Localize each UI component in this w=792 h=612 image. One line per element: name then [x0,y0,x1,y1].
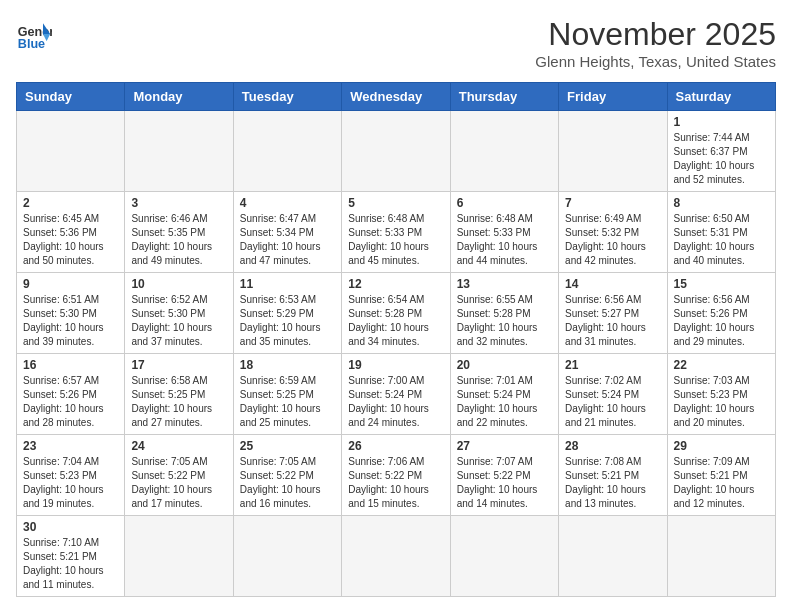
day-number: 1 [674,115,769,129]
day-number: 27 [457,439,552,453]
location-title: Glenn Heights, Texas, United States [535,53,776,70]
day-number: 9 [23,277,118,291]
calendar-week-row: 23Sunrise: 7:04 AMSunset: 5:23 PMDayligh… [17,435,776,516]
day-number: 11 [240,277,335,291]
calendar-header-wednesday: Wednesday [342,83,450,111]
calendar-day-cell [450,111,558,192]
day-info: Sunrise: 6:58 AMSunset: 5:25 PMDaylight:… [131,374,226,430]
day-info: Sunrise: 6:49 AMSunset: 5:32 PMDaylight:… [565,212,660,268]
day-info: Sunrise: 7:08 AMSunset: 5:21 PMDaylight:… [565,455,660,511]
day-number: 21 [565,358,660,372]
day-info: Sunrise: 6:50 AMSunset: 5:31 PMDaylight:… [674,212,769,268]
calendar-day-cell: 30Sunrise: 7:10 AMSunset: 5:21 PMDayligh… [17,516,125,597]
calendar-header-thursday: Thursday [450,83,558,111]
day-info: Sunrise: 7:02 AMSunset: 5:24 PMDaylight:… [565,374,660,430]
day-number: 30 [23,520,118,534]
day-number: 23 [23,439,118,453]
calendar-day-cell [667,516,775,597]
month-title: November 2025 [535,16,776,53]
calendar-day-cell: 24Sunrise: 7:05 AMSunset: 5:22 PMDayligh… [125,435,233,516]
calendar-day-cell [125,111,233,192]
calendar-day-cell [17,111,125,192]
day-number: 3 [131,196,226,210]
day-number: 29 [674,439,769,453]
calendar-day-cell: 13Sunrise: 6:55 AMSunset: 5:28 PMDayligh… [450,273,558,354]
day-info: Sunrise: 7:03 AMSunset: 5:23 PMDaylight:… [674,374,769,430]
calendar-day-cell: 23Sunrise: 7:04 AMSunset: 5:23 PMDayligh… [17,435,125,516]
day-number: 17 [131,358,226,372]
day-number: 13 [457,277,552,291]
day-number: 19 [348,358,443,372]
day-info: Sunrise: 6:55 AMSunset: 5:28 PMDaylight:… [457,293,552,349]
day-number: 8 [674,196,769,210]
calendar-header-tuesday: Tuesday [233,83,341,111]
day-number: 18 [240,358,335,372]
calendar-day-cell: 16Sunrise: 6:57 AMSunset: 5:26 PMDayligh… [17,354,125,435]
day-number: 5 [348,196,443,210]
calendar-day-cell: 18Sunrise: 6:59 AMSunset: 5:25 PMDayligh… [233,354,341,435]
day-number: 6 [457,196,552,210]
day-info: Sunrise: 7:06 AMSunset: 5:22 PMDaylight:… [348,455,443,511]
day-number: 12 [348,277,443,291]
day-info: Sunrise: 6:54 AMSunset: 5:28 PMDaylight:… [348,293,443,349]
calendar-header-friday: Friday [559,83,667,111]
day-info: Sunrise: 7:09 AMSunset: 5:21 PMDaylight:… [674,455,769,511]
day-info: Sunrise: 7:07 AMSunset: 5:22 PMDaylight:… [457,455,552,511]
calendar-day-cell: 27Sunrise: 7:07 AMSunset: 5:22 PMDayligh… [450,435,558,516]
day-number: 15 [674,277,769,291]
calendar-day-cell: 15Sunrise: 6:56 AMSunset: 5:26 PMDayligh… [667,273,775,354]
calendar-day-cell [233,516,341,597]
calendar-header-monday: Monday [125,83,233,111]
calendar-day-cell [559,111,667,192]
svg-text:Blue: Blue [18,37,45,51]
day-info: Sunrise: 6:57 AMSunset: 5:26 PMDaylight:… [23,374,118,430]
day-info: Sunrise: 7:05 AMSunset: 5:22 PMDaylight:… [240,455,335,511]
calendar-header-saturday: Saturday [667,83,775,111]
calendar-day-cell [450,516,558,597]
calendar-week-row: 2Sunrise: 6:45 AMSunset: 5:36 PMDaylight… [17,192,776,273]
day-info: Sunrise: 7:04 AMSunset: 5:23 PMDaylight:… [23,455,118,511]
calendar-day-cell [125,516,233,597]
calendar-week-row: 30Sunrise: 7:10 AMSunset: 5:21 PMDayligh… [17,516,776,597]
day-number: 25 [240,439,335,453]
day-info: Sunrise: 6:46 AMSunset: 5:35 PMDaylight:… [131,212,226,268]
calendar-day-cell: 8Sunrise: 6:50 AMSunset: 5:31 PMDaylight… [667,192,775,273]
logo-icon: General Blue [16,16,52,52]
calendar-day-cell: 4Sunrise: 6:47 AMSunset: 5:34 PMDaylight… [233,192,341,273]
day-info: Sunrise: 6:56 AMSunset: 5:26 PMDaylight:… [674,293,769,349]
calendar-day-cell: 2Sunrise: 6:45 AMSunset: 5:36 PMDaylight… [17,192,125,273]
calendar-day-cell: 12Sunrise: 6:54 AMSunset: 5:28 PMDayligh… [342,273,450,354]
day-number: 20 [457,358,552,372]
day-info: Sunrise: 6:53 AMSunset: 5:29 PMDaylight:… [240,293,335,349]
day-info: Sunrise: 7:01 AMSunset: 5:24 PMDaylight:… [457,374,552,430]
day-info: Sunrise: 6:45 AMSunset: 5:36 PMDaylight:… [23,212,118,268]
day-number: 2 [23,196,118,210]
calendar-week-row: 16Sunrise: 6:57 AMSunset: 5:26 PMDayligh… [17,354,776,435]
calendar-day-cell: 7Sunrise: 6:49 AMSunset: 5:32 PMDaylight… [559,192,667,273]
calendar-day-cell: 17Sunrise: 6:58 AMSunset: 5:25 PMDayligh… [125,354,233,435]
day-number: 7 [565,196,660,210]
day-info: Sunrise: 7:00 AMSunset: 5:24 PMDaylight:… [348,374,443,430]
day-info: Sunrise: 6:56 AMSunset: 5:27 PMDaylight:… [565,293,660,349]
day-number: 22 [674,358,769,372]
calendar-week-row: 1Sunrise: 7:44 AMSunset: 6:37 PMDaylight… [17,111,776,192]
day-info: Sunrise: 6:47 AMSunset: 5:34 PMDaylight:… [240,212,335,268]
calendar-day-cell: 11Sunrise: 6:53 AMSunset: 5:29 PMDayligh… [233,273,341,354]
calendar-day-cell [559,516,667,597]
day-number: 4 [240,196,335,210]
day-number: 26 [348,439,443,453]
calendar-day-cell: 25Sunrise: 7:05 AMSunset: 5:22 PMDayligh… [233,435,341,516]
calendar-day-cell [233,111,341,192]
calendar-day-cell: 6Sunrise: 6:48 AMSunset: 5:33 PMDaylight… [450,192,558,273]
title-section: November 2025 Glenn Heights, Texas, Unit… [535,16,776,70]
calendar-day-cell: 5Sunrise: 6:48 AMSunset: 5:33 PMDaylight… [342,192,450,273]
day-info: Sunrise: 7:05 AMSunset: 5:22 PMDaylight:… [131,455,226,511]
day-info: Sunrise: 6:51 AMSunset: 5:30 PMDaylight:… [23,293,118,349]
calendar-table: SundayMondayTuesdayWednesdayThursdayFrid… [16,82,776,597]
calendar-header-sunday: Sunday [17,83,125,111]
calendar-day-cell: 29Sunrise: 7:09 AMSunset: 5:21 PMDayligh… [667,435,775,516]
day-number: 10 [131,277,226,291]
calendar-day-cell: 10Sunrise: 6:52 AMSunset: 5:30 PMDayligh… [125,273,233,354]
calendar-day-cell: 14Sunrise: 6:56 AMSunset: 5:27 PMDayligh… [559,273,667,354]
page-header: General Blue November 2025 Glenn Heights… [16,16,776,70]
